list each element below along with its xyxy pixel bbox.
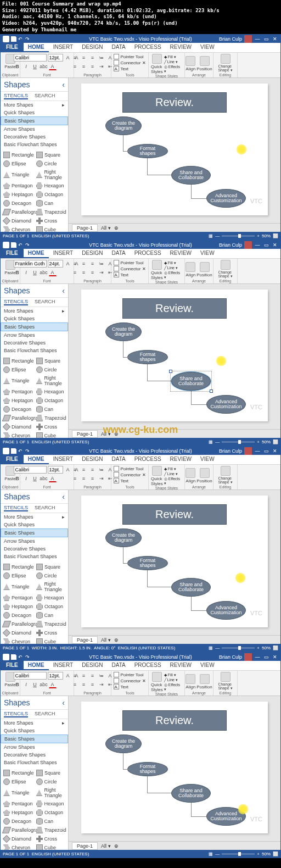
- shape-item[interactable]: Right Triangle: [35, 168, 68, 181]
- shape-item[interactable]: Square: [35, 769, 67, 777]
- page-tab[interactable]: Page-1: [72, 842, 98, 850]
- zoom-in-icon[interactable]: +: [257, 646, 260, 650]
- close-button[interactable]: ✕: [272, 242, 278, 248]
- line-button[interactable]: ╱ Line ▾: [164, 472, 182, 476]
- align-button[interactable]: Align: [186, 674, 195, 689]
- connector-tool[interactable]: Connector ✕: [114, 678, 145, 683]
- stencil-decorative[interactable]: Decorative Shapes: [1, 339, 68, 347]
- align-center-icon[interactable]: ≡: [80, 681, 88, 688]
- tab-home[interactable]: HOME: [24, 455, 49, 464]
- stencil-quick[interactable]: Quick Shapes: [1, 315, 68, 322]
- shape-item[interactable]: Trapezoid: [35, 826, 68, 834]
- font-color-button[interactable]: A: [49, 681, 57, 688]
- redo-icon[interactable]: ↷: [25, 654, 31, 660]
- all-pages[interactable]: All ▾: [101, 431, 111, 437]
- bold-button[interactable]: B: [14, 63, 21, 70]
- stencil-more[interactable]: More Shapes▸: [1, 719, 68, 727]
- position-button[interactable]: Position: [196, 674, 212, 689]
- stencil-arrow[interactable]: Arrow Shapes: [1, 125, 68, 133]
- stencil-flowchart[interactable]: Basic Flowchart Shapes: [1, 141, 68, 148]
- title-shape[interactable]: Review.: [122, 504, 227, 525]
- page-tab[interactable]: Page-1: [72, 430, 98, 438]
- shape-item[interactable]: Trapezoid: [35, 414, 68, 422]
- zoom-out-icon[interactable]: —: [215, 646, 220, 650]
- page-tab[interactable]: Page-1: [72, 636, 98, 644]
- minimize-button[interactable]: —: [254, 448, 261, 454]
- line-button[interactable]: ╱ Line ▾: [164, 60, 182, 64]
- add-page-icon[interactable]: ⊕: [114, 225, 119, 231]
- shape-item[interactable]: Pentagon: [2, 799, 35, 808]
- view-icon[interactable]: ▦: [209, 233, 213, 238]
- tab-insert[interactable]: INSERT: [49, 455, 78, 464]
- align-top-icon[interactable]: ≡: [71, 466, 79, 474]
- stencil-quick[interactable]: Quick Shapes: [1, 727, 68, 735]
- stencil-flowchart[interactable]: Basic Flowchart Shapes: [1, 347, 68, 354]
- close-button[interactable]: ✕: [272, 448, 278, 454]
- tab-review[interactable]: REVIEW: [166, 43, 196, 52]
- bold-button[interactable]: B: [14, 681, 21, 688]
- strike-button[interactable]: abc: [40, 681, 48, 688]
- add-page-icon[interactable]: ⊕: [114, 843, 119, 849]
- minimize-button[interactable]: —: [254, 654, 261, 660]
- align-mid-icon[interactable]: ≡: [80, 54, 88, 62]
- stencil-arrow[interactable]: Arrow Shapes: [1, 331, 68, 339]
- shape-item[interactable]: Chevron: [2, 431, 35, 438]
- oval-create[interactable]: Create the diagram: [105, 322, 142, 341]
- shape-item[interactable]: Octagon: [35, 602, 67, 611]
- change-shape-button[interactable]: ChangeShape ▾: [218, 260, 232, 278]
- redo-icon[interactable]: ↷: [25, 448, 31, 454]
- shape-item[interactable]: Circle: [35, 777, 68, 786]
- change-shape-button[interactable]: ChangeShape ▾: [218, 466, 232, 484]
- align-right-icon[interactable]: ≡: [89, 681, 97, 688]
- text-tool[interactable]: AText: [114, 66, 145, 71]
- effects-button[interactable]: ◎ Effects ▾: [164, 271, 182, 280]
- grow-font-icon[interactable]: A: [64, 466, 72, 474]
- pointer-tool[interactable]: Pointer Tool: [114, 54, 145, 59]
- tab-home[interactable]: HOME: [24, 43, 49, 52]
- bold-button[interactable]: B: [14, 269, 21, 276]
- shape-item[interactable]: Ellipse: [2, 571, 35, 580]
- tab-file[interactable]: FILE: [1, 455, 24, 464]
- undo-icon[interactable]: ↶: [18, 448, 24, 454]
- align-top-icon[interactable]: ≡: [71, 54, 79, 62]
- pointer-tool[interactable]: Pointer Tool: [114, 672, 145, 677]
- tab-view[interactable]: VIEW: [196, 455, 219, 464]
- shape-item[interactable]: Rectangle: [2, 563, 35, 571]
- shape-item[interactable]: Decagon: [2, 611, 35, 620]
- fill-button[interactable]: ◆ Fill ▾: [164, 673, 182, 677]
- quick-styles-button[interactable]: QuickStyles: [151, 54, 163, 74]
- italic-button[interactable]: I: [23, 269, 30, 276]
- maximize-button[interactable]: ▭: [263, 36, 269, 42]
- expand-icon[interactable]: ‹: [62, 286, 65, 295]
- tab-review[interactable]: REVIEW: [166, 661, 196, 670]
- bold-button[interactable]: B: [14, 475, 21, 482]
- zoom-out-icon[interactable]: —: [215, 852, 220, 856]
- shape-item[interactable]: Chevron: [2, 225, 35, 232]
- quick-styles-button[interactable]: QuickStyles: [151, 466, 163, 486]
- effects-button[interactable]: ◎ Effects ▾: [164, 683, 182, 692]
- shape-item[interactable]: Can: [35, 199, 68, 208]
- shape-item[interactable]: Hexagon: [35, 387, 67, 396]
- align-mid-icon[interactable]: ≡: [80, 260, 88, 268]
- avatar[interactable]: [244, 447, 252, 455]
- shape-item[interactable]: Can: [35, 405, 68, 414]
- zoom-slider[interactable]: [222, 853, 255, 855]
- maximize-button[interactable]: ▭: [263, 242, 269, 248]
- tab-insert[interactable]: INSERT: [49, 661, 78, 670]
- shape-item[interactable]: Cross: [35, 422, 68, 431]
- font-name-select[interactable]: [14, 260, 47, 268]
- save-icon[interactable]: [11, 448, 16, 454]
- zoom-level[interactable]: 50%: [262, 439, 271, 444]
- align-bot-icon[interactable]: ≡: [89, 260, 97, 268]
- tab-process[interactable]: PROCESS: [130, 249, 166, 258]
- shape-item[interactable]: Can: [35, 611, 68, 620]
- maximize-button[interactable]: ▭: [263, 448, 269, 454]
- canvas-area[interactable]: Review. Create the diagram Format shapes…: [69, 490, 280, 635]
- shape-item[interactable]: Triangle: [2, 374, 35, 387]
- fit-icon[interactable]: ⬜: [273, 852, 278, 856]
- italic-button[interactable]: I: [23, 681, 30, 688]
- shape-item[interactable]: Octagon: [35, 808, 67, 817]
- oval-share[interactable]: Share and Collaborate: [171, 784, 211, 803]
- oval-advanced[interactable]: Advanced Customization: [206, 395, 246, 414]
- shape-item[interactable]: Square: [35, 151, 67, 159]
